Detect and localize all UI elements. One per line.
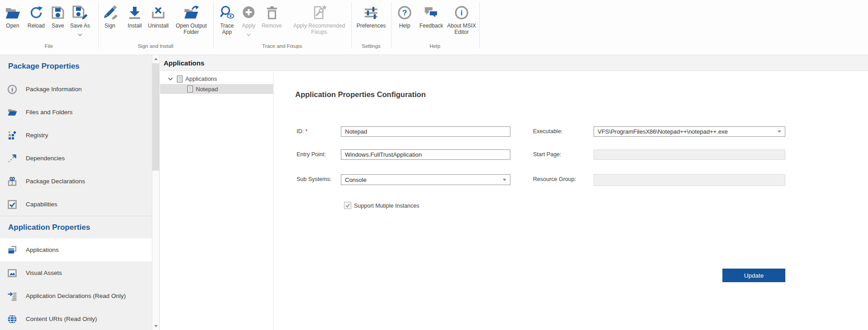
about-info-icon: i: [454, 4, 469, 21]
open-button[interactable]: Open: [5, 4, 21, 29]
install-button[interactable]: Install: [127, 4, 142, 29]
open-folder-icon: [5, 4, 21, 21]
save-as-dropdown-chevron-icon[interactable]: [78, 30, 82, 38]
tree-node-label: Applications: [185, 75, 217, 82]
sidebar-item-label: Capabilities: [26, 201, 57, 208]
feedback-button[interactable]: Feedback: [420, 4, 443, 29]
resource-group-field-label: Resource Group:: [533, 176, 576, 182]
application-properties-form: Application Properties Configuration ID:…: [274, 71, 868, 330]
save-as-icon: [72, 4, 88, 21]
entry-point-input[interactable]: [341, 149, 510, 160]
support-multiple-instances-checkbox: [344, 202, 351, 209]
tree-node-label: Notepad: [196, 86, 218, 93]
apply-button-label: Apply: [242, 23, 255, 29]
tree-node-applications[interactable]: Applications: [160, 74, 273, 84]
globe-icon: [7, 314, 17, 324]
start-page-input-disabled: [594, 149, 785, 160]
scrollbar-thumb[interactable]: [152, 63, 159, 171]
arrow-list-icon: [7, 291, 17, 301]
scrollbar-down-arrow[interactable]: [152, 322, 159, 330]
remove-button-label: Remove: [262, 23, 282, 29]
save-floppy-icon: [51, 4, 65, 21]
sidebar-item-applications[interactable]: Applications: [0, 238, 152, 261]
sidebar-item-dependencies[interactable]: Dependencies: [0, 147, 152, 170]
ribbon-group-label-sign-and-install: Sign and Install: [138, 43, 174, 49]
executable-combobox-value: VFS\ProgramFilesX86\Notepad++\notepad++.…: [598, 128, 775, 135]
executable-field-label: Executable:: [533, 128, 562, 135]
open-output-folder-button-label: Open Output Folder: [171, 23, 211, 35]
document-icon: [177, 75, 183, 83]
fixups-wrench-icon: [311, 4, 327, 21]
open-output-folder-icon: [183, 4, 199, 21]
checkbox-icon: [7, 200, 17, 209]
ribbon-group-label-settings: Settings: [362, 43, 381, 49]
sub-systems-field-label: Sub Systems:: [297, 176, 331, 182]
preferences-sliders-icon: [363, 4, 379, 21]
preferences-button-label: Preferences: [357, 23, 386, 29]
install-button-label: Install: [127, 23, 142, 29]
start-page-field-label: Start Page:: [533, 151, 561, 158]
sub-systems-combobox[interactable]: Console: [341, 174, 510, 185]
uninstall-x-icon: [151, 4, 166, 21]
ribbon-separator: [351, 2, 352, 49]
id-input[interactable]: [341, 126, 510, 137]
apply-recommended-fixups-button: Apply Recommended Fixups: [289, 4, 349, 35]
triangle-down-icon: [154, 325, 158, 327]
package-properties-section-header: Package Properties: [0, 55, 152, 78]
dropdown-arrow-icon: [503, 179, 506, 181]
sub-systems-combobox-value: Console: [345, 177, 500, 183]
uninstall-button-label: Uninstall: [148, 23, 169, 29]
check-icon: [345, 203, 350, 208]
trace-app-button[interactable]: Trace App: [217, 4, 237, 35]
sidebar-scrollbar[interactable]: [152, 55, 160, 330]
navigation-sidebar: Package Properties i Package Information…: [0, 55, 152, 330]
apply-plus-icon: [241, 4, 256, 21]
uninstall-button[interactable]: Uninstall: [148, 4, 169, 29]
help-button[interactable]: ? Help: [397, 4, 412, 29]
sidebar-item-package-declarations[interactable]: Package Declarations: [0, 170, 152, 193]
scrollbar-up-arrow[interactable]: [152, 55, 159, 63]
open-output-folder-button[interactable]: Open Output Folder: [171, 4, 211, 35]
reload-button[interactable]: Reload: [28, 4, 45, 29]
preferences-button[interactable]: Preferences: [357, 4, 386, 29]
applications-tree-panel: Applications Notepad: [160, 71, 274, 330]
ribbon-group-label-trace-and-fixups: Trace and Fixups: [262, 43, 302, 49]
update-button[interactable]: Update: [722, 269, 785, 282]
sidebar-item-package-information[interactable]: i Package Information: [0, 78, 152, 101]
about-msix-editor-button[interactable]: i About MSIX Editor: [444, 4, 479, 35]
sidebar-item-label: Application Declarations (Read Only): [26, 293, 126, 299]
svg-text:?: ?: [402, 9, 407, 17]
sidebar-item-label: Content URIs (Read Only): [26, 316, 97, 322]
tree-node-notepad-selected[interactable]: Notepad: [160, 84, 273, 94]
trace-app-magnifier-icon: [219, 4, 235, 21]
reload-icon: [29, 4, 43, 21]
sidebar-item-label: Visual Assets: [26, 270, 62, 276]
chevron-down-icon[interactable]: [168, 77, 173, 81]
sidebar-item-registry[interactable]: Registry: [0, 124, 152, 147]
sidebar-item-content-uris[interactable]: Content URIs (Read Only): [0, 307, 152, 330]
about-msix-editor-button-label: About MSIX Editor: [444, 23, 479, 35]
sidebar-item-files-and-folders[interactable]: Files and Folders: [0, 101, 152, 124]
executable-combobox[interactable]: VFS\ProgramFilesX86\Notepad++\notepad++.…: [594, 126, 785, 137]
save-as-button[interactable]: Save As: [70, 4, 90, 38]
sidebar-item-visual-assets[interactable]: Visual Assets: [0, 261, 152, 284]
sidebar-item-label: Registry: [26, 132, 48, 139]
sign-button-label: Sign: [104, 23, 115, 29]
ribbon-separator: [98, 2, 99, 49]
support-multiple-instances-label: Support Mutiple Instances: [354, 203, 420, 209]
apply-recommended-fixups-button-label: Apply Recommended Fixups: [289, 23, 349, 35]
install-arrow-icon: [127, 4, 142, 21]
save-button[interactable]: Save: [51, 4, 65, 29]
app-windows-icon: [7, 245, 17, 255]
reload-button-label: Reload: [28, 23, 45, 29]
sidebar-item-application-declarations[interactable]: Application Declarations (Read Only): [0, 284, 152, 307]
save-as-button-label: Save As: [70, 23, 90, 29]
svg-text:i: i: [461, 9, 462, 17]
apply-dropdown-chevron-icon: [246, 30, 251, 38]
info-circle-icon: i: [7, 84, 17, 94]
sidebar-item-label: Files and Folders: [26, 109, 73, 116]
sidebar-item-capabilities[interactable]: Capabilities: [0, 193, 152, 216]
page-title: Applications: [164, 59, 204, 67]
application-properties-section-header: Application Properties: [0, 216, 152, 238]
sign-button[interactable]: Sign: [102, 4, 118, 29]
